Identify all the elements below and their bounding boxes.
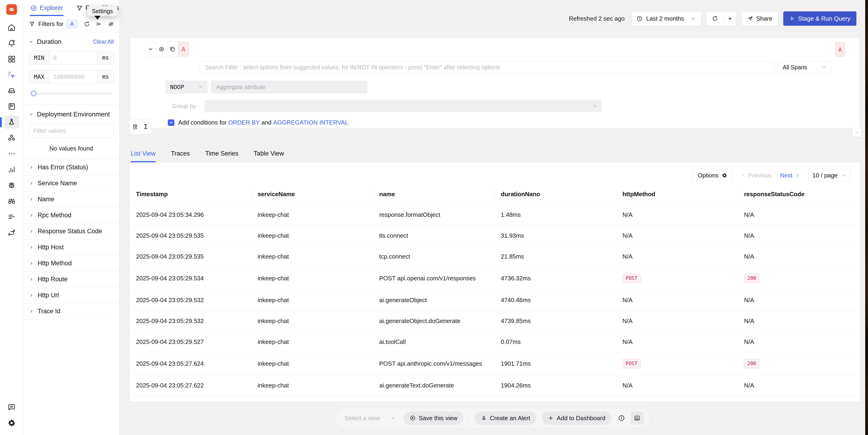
nav-item-dashboards[interactable] (4, 53, 19, 66)
cell-response-status: N/A (738, 375, 860, 396)
formula-mode-icon[interactable]: Σ (141, 120, 151, 134)
refresh-button[interactable] (707, 11, 724, 26)
query-a-toggle[interactable]: A (178, 42, 189, 57)
chevron-right-icon (29, 309, 34, 313)
options-button[interactable]: Options (692, 169, 733, 182)
min-input[interactable]: 0 (50, 51, 97, 64)
filter-section-rpc-method[interactable]: Rpc Method (23, 207, 119, 223)
filters-title: Filters for (38, 21, 63, 28)
conditions-prefix: Add conditions for (178, 119, 226, 126)
filter-section-service-name[interactable]: Service Name (23, 175, 119, 191)
table-row[interactable]: 2025-09-04 23:05:27.624inkeep-chatPOST a… (130, 353, 860, 375)
filter-section-http-method[interactable]: Http Method (23, 255, 119, 271)
cell-span-name: tcp.connect (373, 246, 495, 267)
nav-item-settings[interactable] (4, 416, 19, 429)
nav-item-home[interactable] (4, 21, 19, 34)
nav-item-exceptions[interactable] (4, 178, 19, 192)
share-button[interactable]: Share (742, 11, 778, 26)
filter-section-http-host[interactable]: Http Host (23, 239, 119, 255)
duration-section-header[interactable]: Duration Clear All (29, 38, 114, 45)
nav-item-integrations[interactable] (4, 226, 19, 239)
order-by-link[interactable]: ORDER BY (228, 119, 260, 126)
table-row[interactable]: 2025-09-04 23:05:29.534inkeep-chatPOST a… (130, 267, 860, 290)
span-scope-label: All Spans (783, 64, 807, 71)
nav-item-infrastructure[interactable] (4, 131, 19, 144)
nav-item-traces[interactable] (4, 115, 19, 129)
group-by-input[interactable] (205, 100, 602, 112)
filter-section-has-error-status[interactable]: Has Error (Status) (23, 159, 119, 175)
deployment-filter-input[interactable]: Filter values (29, 124, 114, 138)
filter-panel: Explorer Funnels Views Filters (23, 0, 120, 435)
nav-item-quick-filters[interactable] (4, 68, 19, 81)
info-icon[interactable] (618, 414, 625, 422)
table-row[interactable]: 2025-09-04 23:05:29.527inkeep-chatai.too… (130, 332, 860, 353)
clear-all-link[interactable]: Clear All (93, 38, 114, 45)
collapse-panel-icon[interactable] (96, 21, 102, 27)
cell-span-name: ai.toolCall (373, 396, 495, 401)
filter-section-response-status-code[interactable]: Response Status Code (23, 223, 119, 239)
nav-item-services[interactable] (4, 84, 19, 97)
cell-http-method: N/A (616, 225, 738, 246)
deployment-section-header[interactable]: Deployment Environment (29, 111, 114, 118)
table-row[interactable]: 2025-09-04 23:05:29.532inkeep-chatai.gen… (130, 311, 860, 332)
settings-tooltip: Settings (87, 6, 118, 16)
toggle-bottom-panel-button[interactable] (630, 411, 644, 425)
next-page-button[interactable]: Next (780, 172, 800, 179)
toggle-visibility-icon[interactable] (156, 42, 167, 57)
table-row[interactable]: 2025-09-04 23:05:34.296inkeep-chatrespon… (130, 204, 860, 225)
nav-item-metrics[interactable] (4, 163, 19, 176)
tab-explorer[interactable]: Explorer (30, 0, 63, 16)
span-scope-select[interactable]: All Spans (778, 61, 832, 73)
nav-item-explorer[interactable] (4, 194, 19, 207)
filter-settings-icon[interactable] (108, 21, 114, 27)
nav-bottom-items (0, 400, 23, 429)
status-badge: 200 (744, 274, 760, 283)
add-to-dashboard-button[interactable]: Add to Dashboard (542, 411, 612, 425)
page-size-select[interactable]: 10 / page (808, 169, 851, 182)
filter-section-http-url[interactable]: Http Url (23, 287, 119, 303)
save-this-view-button[interactable]: Save this view (404, 411, 463, 425)
tab-traces[interactable]: Traces (171, 145, 190, 162)
ellipsis-icon (7, 149, 16, 158)
time-range-select[interactable]: Last 2 months (631, 11, 701, 26)
query-a-legend-chip[interactable]: A (835, 42, 845, 57)
sync-filters-icon[interactable] (84, 21, 90, 27)
nav-item-logs[interactable] (4, 100, 19, 113)
slider-handle[interactable] (31, 91, 37, 96)
create-alert-button[interactable]: Create an Alert (475, 411, 536, 425)
max-input[interactable]: 100000000 (50, 70, 97, 83)
nav-item-more-options[interactable] (4, 147, 19, 160)
panel-collapse-button[interactable] (852, 128, 861, 137)
duration-slider[interactable] (30, 91, 112, 96)
nav-item-support[interactable] (4, 400, 19, 414)
stage-run-query-button[interactable]: Stage & Run Query (783, 11, 857, 26)
aggregation-interval-link[interactable]: AGGREGATION INTERVAL (273, 119, 348, 126)
select-view-dropdown[interactable]: Select a view (341, 414, 398, 422)
search-filter-input[interactable]: Search Filter : select options from sugg… (200, 61, 774, 73)
tab-time-series[interactable]: Time Series (205, 145, 238, 162)
table-row[interactable]: 2025-09-04 23:05:25.745inkeep-chatai.too… (130, 396, 860, 401)
clone-query-icon[interactable] (167, 42, 178, 57)
tab-list-view[interactable]: List View (131, 145, 156, 162)
query-builder-mode-icon[interactable] (130, 120, 141, 134)
nav-item-alerts[interactable] (4, 37, 19, 50)
refresh-options-caret[interactable]: ▾ (724, 11, 736, 26)
filter-section-http-route[interactable]: Http Route (23, 271, 119, 287)
previous-page-button[interactable]: Previous (741, 172, 772, 179)
query-a-chip[interactable]: A (66, 19, 77, 29)
table-row[interactable]: 2025-09-04 23:05:29.532inkeep-chatai.gen… (130, 290, 860, 311)
operator-select[interactable]: NOOP (165, 80, 208, 94)
collapse-query-icon[interactable] (145, 42, 156, 57)
table-header-row: TimestampserviceNamenamedurationNanohttp… (130, 187, 860, 204)
signoz-logo[interactable] (6, 4, 17, 15)
filter-section-name[interactable]: Name (23, 191, 119, 207)
table-row[interactable]: 2025-09-04 23:05:29.535inkeep-chattls.co… (130, 225, 860, 246)
filter-section-trace-id[interactable]: Trace Id (23, 303, 119, 319)
table-row[interactable]: 2025-09-04 23:05:27.622inkeep-chatai.gen… (130, 375, 860, 396)
tab-table-view[interactable]: Table View (254, 145, 284, 162)
create-alert-label: Create an Alert (490, 414, 530, 422)
aggregate-attribute-input[interactable]: Aggregate attribute (211, 80, 367, 94)
nav-item-pipelines[interactable] (4, 210, 19, 223)
table-row[interactable]: 2025-09-04 23:05:29.535inkeep-chattcp.co… (130, 246, 860, 267)
add-condition-button[interactable] (168, 120, 174, 126)
